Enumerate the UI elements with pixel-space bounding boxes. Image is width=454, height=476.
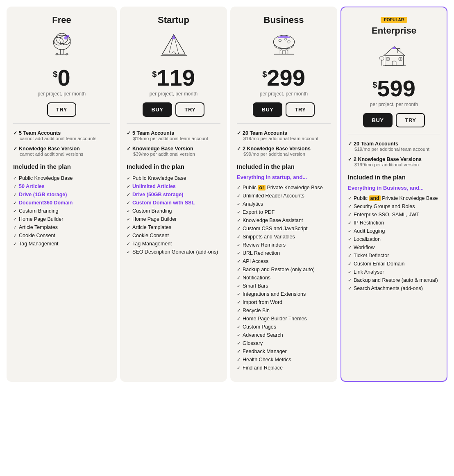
kb-version-info: ✓ 2 Knowledge Base Versions $199/mo per …	[348, 156, 440, 167]
btn-row: BUYTRY	[127, 102, 220, 117]
check-icon: ✓	[13, 225, 17, 230]
feature-item: ✓ Search Attachments (add-ons)	[348, 284, 440, 292]
check-icon: ✓	[237, 341, 241, 346]
feature-item: ✓ Smart Bars	[237, 282, 331, 290]
check-icon: ✓	[348, 220, 352, 226]
team-accounts-sub: $19/mo per additional team account	[348, 147, 440, 152]
price-period: per project, per month	[348, 102, 440, 107]
feature-list: ✓ Public Knowledge Base ✓ 50 Articles ✓ …	[13, 174, 110, 248]
check-icon: ✓	[13, 241, 17, 247]
feature-item: ✓ Enterprise SSO, SAML, JWT	[348, 211, 440, 219]
btn-try-business[interactable]: TRY	[286, 102, 315, 117]
feature-item: ✓ Custom Branding	[13, 207, 110, 215]
feature-item: ✓ Article Templates	[127, 223, 220, 231]
price-dollar: $	[372, 80, 377, 90]
feature-item: ✓ Public or Private Knowledge Base	[237, 184, 331, 192]
check-icon: ✓	[127, 176, 130, 181]
feature-item: ✓ Export to PDF	[237, 208, 331, 216]
check-icon: ✓	[348, 156, 352, 162]
plan-header: POPULAR Enterprise	[348, 16, 440, 127]
check-icon: ✓	[127, 130, 131, 136]
svg-rect-18	[280, 48, 288, 54]
check-icon: ✓	[237, 210, 241, 215]
check-icon: ✓	[237, 300, 241, 305]
check-icon: ✓	[237, 267, 241, 272]
kb-version-sub: cannot add additional versions	[13, 152, 110, 156]
feature-item: ✓ Find and Replace	[237, 364, 331, 372]
kb-version-label: 2 Knowledge Base Versions	[354, 156, 422, 162]
btn-buy-startup[interactable]: BUY	[143, 102, 173, 117]
included-title: Included in the plan	[348, 174, 440, 181]
svg-point-17	[287, 41, 290, 43]
check-icon: ✓	[127, 233, 130, 238]
check-icon: ✓	[13, 130, 17, 136]
btn-row: BUYTRY	[348, 113, 440, 127]
plan-name: Free	[13, 15, 110, 25]
check-icon: ✓	[237, 259, 241, 264]
price-dollar: $	[262, 70, 267, 79]
included-title: Included in the plan	[127, 163, 220, 170]
feature-item: ✓ Public Knowledge Base	[13, 174, 110, 182]
feature-item: ✓ Drive (1GB storage)	[13, 190, 110, 199]
check-icon: ✓	[348, 141, 352, 147]
feature-item: ✓ Cookie Consent	[13, 231, 110, 240]
feature-list: ✓ Public Knowledge Base ✓ Unlimited Arti…	[127, 174, 220, 256]
check-icon: ✓	[237, 243, 241, 248]
plan-illustration	[13, 29, 110, 61]
feature-item: ✓ Audit Logging	[348, 227, 440, 235]
feature-item: ✓ Snippets and Variables	[237, 233, 331, 241]
feature-item: ✓ Feedback Manager	[237, 347, 331, 356]
highlight-text: Everything in startup, and...	[237, 174, 331, 180]
plan-name: Enterprise	[348, 25, 440, 36]
check-icon: ✓	[237, 193, 241, 199]
btn-try-enterprise[interactable]: TRY	[396, 113, 425, 127]
plan-card-enterprise: POPULAR Enterprise	[340, 7, 447, 382]
feature-item: ✓ Tag Management	[13, 240, 110, 248]
team-accounts-sub: $19/mo per additional team account	[237, 136, 331, 141]
price-dollar: $	[152, 70, 157, 79]
check-icon: ✓	[348, 270, 352, 275]
check-icon: ✓	[237, 283, 241, 289]
feature-item: ✓ Backup and Restore (only auto)	[237, 265, 331, 274]
price-period: per project, per month	[237, 91, 331, 97]
feature-item: ✓ Knowledge Base Assistant	[237, 216, 331, 224]
team-accounts-label: 5 Team Accounts	[132, 130, 174, 136]
plan-card-free: Free $ 0 per project, per month	[7, 7, 117, 382]
btn-buy-enterprise[interactable]: BUY	[363, 113, 393, 127]
btn-try-startup[interactable]: TRY	[175, 102, 204, 117]
feature-item: ✓ Public and Private Knowledge Base	[348, 194, 440, 202]
feature-item: ✓ Tag Management	[127, 240, 220, 248]
plan-header: Startup $ 119 per project, per month BUY…	[127, 15, 220, 117]
team-accounts-label: 5 Team Accounts	[19, 130, 61, 136]
check-icon: ✓	[237, 226, 241, 231]
feature-list: ✓ Public and Private Knowledge Base ✓ Se…	[348, 194, 440, 292]
btn-buy-business[interactable]: BUY	[253, 102, 283, 117]
check-icon: ✓	[237, 146, 241, 152]
plan-header: Business $ 299	[237, 15, 331, 117]
check-icon: ✓	[13, 217, 17, 222]
check-icon: ✓	[237, 349, 241, 354]
price-amount: 599	[377, 77, 415, 100]
check-icon: ✓	[237, 130, 241, 136]
price-amount: 299	[267, 66, 305, 89]
feature-item: ✓ IP Restriction	[348, 219, 440, 227]
kb-version-info: ✓ Knowledge Base Version $39/mo per addi…	[127, 146, 220, 156]
price-period: per project, per month	[13, 91, 110, 97]
check-icon: ✓	[348, 204, 352, 209]
check-icon: ✓	[348, 253, 352, 258]
check-icon: ✓	[13, 146, 17, 152]
feature-item: ✓ API Access	[237, 257, 331, 265]
feature-item: ✓ Ticket Deflector	[348, 252, 440, 260]
check-icon: ✓	[348, 278, 352, 283]
feature-item: ✓ Notifications	[237, 274, 331, 282]
feature-item: ✓ Glossary	[237, 339, 331, 347]
feature-item: ✓ Link Analyser	[348, 268, 440, 276]
btn-try-free[interactable]: TRY	[47, 102, 76, 117]
svg-rect-22	[385, 56, 403, 66]
svg-rect-19	[281, 50, 282, 51]
feature-item: ✓ Localization	[348, 235, 440, 243]
price-row: $ 599	[348, 77, 440, 100]
feature-item: ✓ Unlimited Reader Accounts	[237, 192, 331, 200]
check-icon: ✓	[127, 192, 130, 197]
check-icon: ✓	[348, 212, 352, 218]
